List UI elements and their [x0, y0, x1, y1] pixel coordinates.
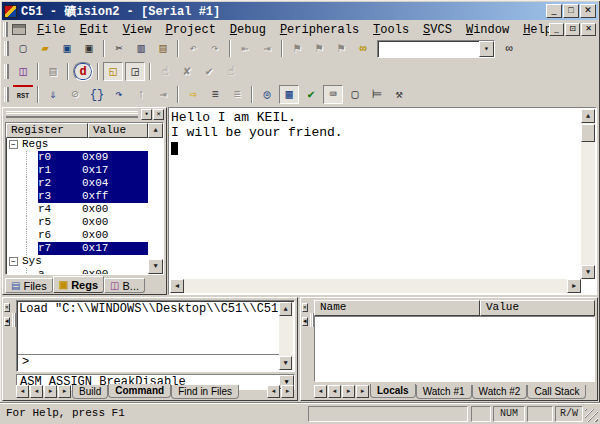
tab-next-icon[interactable]: ► — [44, 385, 57, 398]
project-window-button[interactable]: ◱ — [103, 62, 123, 81]
tools-button[interactable]: ⚒ — [389, 85, 409, 104]
value-column-header[interactable]: Value — [88, 123, 148, 138]
menubar-gripper[interactable] — [3, 22, 8, 37]
toolbar-gripper[interactable] — [4, 64, 9, 79]
tabbar-scroll-left-icon[interactable]: ◄ — [267, 385, 280, 398]
menu-debug[interactable]: Debug — [223, 21, 273, 39]
tab-books[interactable]: ◫ B... — [104, 278, 145, 293]
pane-collapse-icon[interactable]: ◄ — [302, 317, 308, 326]
register-column-header[interactable]: Register — [6, 123, 88, 138]
tree-group-regs[interactable]: − Regs — [6, 138, 163, 151]
find-combobox[interactable]: ▾ — [377, 40, 495, 58]
paste-button[interactable]: ▤ — [153, 39, 173, 58]
tab-prev-icon[interactable]: ◄ — [30, 385, 43, 398]
scroll-down-icon[interactable]: ▼ — [148, 259, 163, 274]
dropdown-icon[interactable]: ▾ — [479, 41, 494, 57]
menu-edit[interactable]: Edit — [73, 21, 116, 39]
tab-find-in-files[interactable]: Find in Files — [171, 385, 239, 399]
output-window-button[interactable]: ◲ — [125, 62, 145, 81]
pane-gripper[interactable] — [310, 313, 314, 327]
save-all-button[interactable]: ▣ — [79, 39, 99, 58]
step-over-button[interactable]: ↷ — [109, 85, 129, 104]
symbol-window-button[interactable]: ◎ — [257, 85, 277, 104]
serial-output-area[interactable]: Hello I am KEIL.I will be your friend. ▲… — [168, 107, 597, 295]
open-file-button[interactable]: ▰ — [35, 39, 55, 58]
watch-table-body[interactable] — [314, 316, 595, 382]
pane-collapse-icon[interactable]: ◄ — [4, 317, 10, 326]
tab-first-icon[interactable]: ◄ — [16, 385, 29, 398]
menu-view[interactable]: View — [116, 21, 159, 39]
tab-last-icon[interactable]: ► — [356, 385, 369, 398]
tab-prev-icon[interactable]: ◄ — [328, 385, 341, 398]
tabbar-scroll-right-icon[interactable]: ► — [281, 385, 294, 398]
minimize-button[interactable]: _ — [546, 4, 562, 18]
tab-next-icon[interactable]: ► — [342, 385, 355, 398]
tab-watch2[interactable]: Watch #2 — [472, 385, 528, 399]
pane-gripper[interactable] — [6, 111, 138, 118]
tab-locals[interactable]: Locals — [370, 384, 416, 398]
scroll-left-icon[interactable]: ◄ — [170, 279, 184, 293]
scroll-up-icon[interactable]: ▲ — [279, 302, 292, 316]
tab-command[interactable]: Command — [108, 384, 171, 398]
tab-build[interactable]: Build — [72, 385, 108, 399]
debug-session-button[interactable]: d — [73, 62, 93, 81]
scroll-right-icon[interactable]: ► — [567, 279, 581, 293]
serial-horizontal-scrollbar[interactable]: ◄ ► — [170, 279, 581, 293]
register-row[interactable]: r10x17 — [6, 164, 163, 177]
books-window-button[interactable]: ◫ — [13, 62, 33, 81]
register-row[interactable]: r40x00 — [6, 203, 163, 216]
watch-window-button[interactable]: ▦ — [279, 85, 299, 104]
find-button[interactable]: ∞ — [353, 39, 373, 58]
menu-file[interactable]: File — [30, 21, 73, 39]
collapse-icon[interactable]: − — [9, 140, 18, 149]
tab-watch1[interactable]: Watch #1 — [416, 385, 472, 399]
copy-button[interactable]: ▥ — [131, 39, 151, 58]
title-bar[interactable]: C51 - 礦ision2 - [Serial #1] _ □ ✕ — [2, 2, 598, 20]
register-row[interactable]: r70x17 — [6, 242, 163, 255]
command-scrollbar[interactable]: ▲ ▼ — [279, 302, 293, 370]
menu-svcs[interactable]: SVCS — [416, 21, 459, 39]
new-file-button[interactable]: ▢ — [13, 39, 33, 58]
maximize-button[interactable]: □ — [563, 4, 579, 18]
step-into-button[interactable]: {} — [87, 85, 107, 104]
serial-window-system-icon[interactable] — [12, 24, 26, 35]
register-row[interactable]: r50x00 — [6, 216, 163, 229]
tab-files[interactable]: ▤ Files — [5, 278, 53, 293]
find-in-files-button[interactable]: ∞ — [499, 39, 519, 58]
reset-cpu-button[interactable]: RST — [13, 85, 33, 104]
toolbar-gripper[interactable] — [4, 87, 9, 102]
menu-peripherals[interactable]: Peripherals — [273, 21, 366, 39]
menu-project[interactable]: Project — [158, 21, 222, 39]
tab-first-icon[interactable]: ◄ — [314, 385, 327, 398]
performance-analyzer-button[interactable]: ⊨ — [367, 85, 387, 104]
register-row[interactable]: a0x00 — [6, 268, 163, 275]
mdi-close-button[interactable]: ✕ — [581, 23, 596, 36]
tree-group-sys[interactable]: − Sys — [6, 255, 163, 268]
find-combobox-value[interactable] — [378, 41, 479, 57]
pane-close-icon[interactable]: ✕ — [4, 303, 10, 312]
scrollbar-thumb[interactable] — [581, 124, 595, 142]
serial-window-button[interactable]: ⌨ — [323, 85, 343, 104]
register-row[interactable]: r20x04 — [6, 177, 163, 190]
register-row[interactable]: r30xff — [6, 190, 163, 203]
value-column-header[interactable]: Value — [480, 300, 595, 316]
pane-close-icon[interactable]: ✕ — [302, 303, 308, 312]
tab-last-icon[interactable]: ► — [58, 385, 71, 398]
toolbar-gripper[interactable] — [4, 41, 9, 56]
command-prompt[interactable]: > — [18, 354, 279, 370]
tab-regs[interactable]: ▣ Regs — [53, 276, 104, 293]
scroll-down-icon[interactable]: ▼ — [581, 265, 595, 279]
resize-grip[interactable] — [585, 409, 598, 422]
name-column-header[interactable]: Name — [314, 300, 480, 316]
menu-window[interactable]: Window — [459, 21, 516, 39]
mdi-minimize-button[interactable]: _ — [549, 23, 564, 36]
show-next-statement-button[interactable]: ⇨ — [183, 85, 203, 104]
menu-tools[interactable]: Tools — [366, 21, 416, 39]
code-coverage-button[interactable]: ✔ — [301, 85, 321, 104]
scroll-down-icon[interactable]: ▼ — [279, 356, 292, 370]
register-row[interactable]: r60x00 — [6, 229, 163, 242]
scroll-up-icon[interactable]: ▲ — [148, 123, 163, 138]
pane-gripper[interactable] — [12, 313, 16, 327]
close-button[interactable]: ✕ — [580, 4, 596, 18]
tab-callstack[interactable]: Call Stack — [527, 385, 586, 399]
